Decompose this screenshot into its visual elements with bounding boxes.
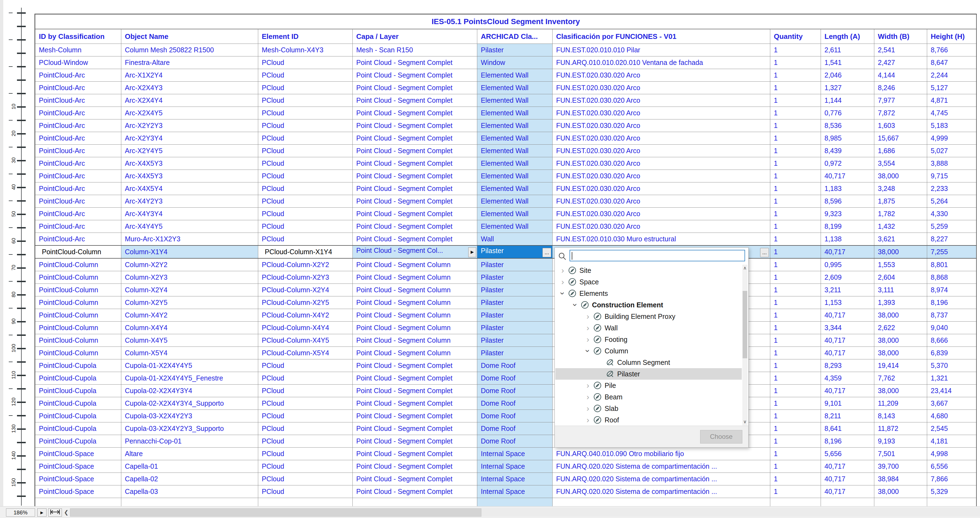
cell-archicad-class[interactable]: Dome Roof [477,372,552,384]
cell-width[interactable]: 7,762 [874,372,927,384]
cell-archicad-class[interactable]: Elemented Wall [477,157,552,170]
scroll-up-icon[interactable]: ∧ [742,265,748,272]
cell-element-id[interactable]: PCloud-Column-X4Y4 [258,322,353,334]
cell-length[interactable]: 8,196 [821,435,874,448]
cell-length[interactable]: 1,541 [821,56,874,69]
column-header-funciones-class[interactable]: Clasificación por FUNCIONES - V01 [552,29,770,44]
cell-element-id[interactable]: PCloud [258,69,353,81]
cell-id-by-classification[interactable]: PointCloud-Arc [35,233,121,246]
cell-id-by-classification[interactable]: PointCloud-Cupola [35,435,121,448]
cell-archicad-class[interactable]: Elemented Wall [477,220,552,233]
cell-quantity[interactable]: 1 [770,397,821,410]
cell-archicad-class[interactable]: Dome Roof [477,435,552,448]
cell-layer[interactable]: Point Cloud - Segment Complet [353,485,477,498]
cell-object-name[interactable]: Capella-02 [121,473,258,485]
cell-height[interactable]: 5,259 [927,220,977,233]
cell-layer[interactable]: Point Cloud - Segment Complet [353,56,477,69]
cell-object-name[interactable]: Arc-X2X4Y5 [121,107,258,120]
cell-object-name[interactable]: Cupola-01-X2X4Y4Y5 [121,359,258,372]
cell-width[interactable]: 3,621 [874,233,927,246]
cell-height[interactable]: 5,027 [927,145,977,157]
cell-width[interactable] [874,498,927,508]
cell-archicad-class[interactable]: Elemented Wall [477,94,552,107]
cell-length[interactable]: 8,439 [821,145,874,157]
cell-archicad-class[interactable]: Internal Space [477,460,552,473]
cell-width[interactable]: 3,248 [874,182,927,195]
cell-layer[interactable]: Point Cloud - Segment Complet [353,132,477,145]
cell-funciones-class[interactable]: FUN.EST.020.030.020 Arco [552,94,770,107]
cell-length[interactable]: 8,596 [821,195,874,208]
cell-id-by-classification[interactable]: PointCloud-Column [35,322,121,334]
cell-object-name[interactable]: Column-X1Y4 [121,245,258,258]
cell-funciones-class[interactable]: FUN.ARQ.020.020 Sistema de compartimenta… [552,460,770,473]
cell-id-by-classification[interactable]: PointCloud-Column [35,296,121,309]
cell-height[interactable]: 4,999 [927,132,977,145]
cell-quantity[interactable]: 1 [770,157,821,170]
column-header-height[interactable]: Height (H) [927,29,977,44]
cell-width[interactable]: 38,000 [874,245,927,258]
cell-layer[interactable]: Point Cloud - Segment Complet [353,397,477,410]
cell-id-by-classification[interactable]: PointCloud-Arc [35,170,121,182]
cell-length[interactable]: 40,717 [821,347,874,359]
cell-layer[interactable]: Point Cloud - Segment Complet [353,69,477,81]
cell-layer[interactable]: Point Cloud - Segment Complet [353,208,477,220]
cell-archicad-class[interactable]: Pilaster [477,334,552,347]
cell-object-name[interactable]: Arc-X4X5Y4 [121,182,258,195]
cell-width[interactable]: 38,000 [874,309,927,322]
cell-object-name[interactable]: Arc-X4Y3Y4 [121,208,258,220]
cell-height[interactable]: 4,871 [927,94,977,107]
cell-width[interactable]: 38,000 [874,384,927,397]
cell-id-by-classification[interactable]: PointCloud-Arc [35,157,121,170]
cell-element-id[interactable]: PCloud [258,208,353,220]
cell-element-id[interactable]: PCloud [258,485,353,498]
cell-archicad-class[interactable]: Pilaster [477,347,552,359]
classification-search-input[interactable] [570,250,745,261]
cell-layer[interactable]: Point Cloud - Segment Complet [353,120,477,132]
cell-element-id[interactable]: PCloud [258,397,353,410]
cell-id-by-classification[interactable]: PointCloud-Column [35,334,121,347]
cell-quantity[interactable]: 1 [770,384,821,397]
cell-id-by-classification[interactable]: PointCloud-Arc [35,120,121,132]
cell-archicad-class[interactable]: Dome Roof [477,397,552,410]
cell-layer[interactable]: Point Cloud - Segment Column [353,309,477,322]
cell-quantity[interactable]: 1 [770,120,821,132]
cell-archicad-class[interactable]: Dome Roof [477,384,552,397]
cell-funciones-class[interactable]: FUN.EST.020.030.020 Arco [552,81,770,94]
cell-object-name[interactable]: Cupola-03-X2X4Y2Y3_Supporto [121,422,258,435]
column-header-width[interactable]: Width (B) [874,29,927,44]
cell-width[interactable]: 1,553 [874,258,927,271]
cell-archicad-class[interactable]: ...Pilaster [477,245,552,258]
cell-element-id[interactable]: PCloud-Column-X2Y4 [258,284,353,296]
cell-height[interactable]: 8,737 [927,309,977,322]
cell-object-name[interactable]: Capella-01 [121,460,258,473]
cell-layer[interactable]: Point Cloud - Segment Column [353,284,477,296]
cell-object-name[interactable]: Cupola-02-X2X4Y3Y4_Supporto [121,397,258,410]
cell-length[interactable]: 3,211 [821,284,874,296]
cell-element-id[interactable]: PCloud [258,107,353,120]
tree-item-slab[interactable]: ›Slab [555,403,742,414]
cell-funciones-class[interactable]: FUN.EST.020.030.020 Arco [552,157,770,170]
cell-length[interactable]: 2,611 [821,44,874,56]
cell-length[interactable]: 9,323 [821,208,874,220]
cell-width[interactable]: 38,000 [874,347,927,359]
cell-width[interactable]: 2,604 [874,271,927,284]
cell-length[interactable]: 3,344 [821,322,874,334]
cell-archicad-class[interactable]: Pilaster [477,296,552,309]
cell-funciones-class[interactable]: FUN.EST.020.030.020 Arco [552,182,770,195]
cell-id-by-classification[interactable]: PointCloud-Arc [35,195,121,208]
cell-height[interactable]: 4,181 [927,435,977,448]
cell-element-id[interactable]: PCloud [258,422,353,435]
cell-id-by-classification[interactable]: Mesh-Column [35,44,121,56]
cell-element-id[interactable]: PCloud [258,410,353,422]
cell-funciones-class[interactable]: FUN.EST.020.030.020 Arco [552,220,770,233]
tree-item-construction-element[interactable]: ›Construction Element [555,299,742,311]
cell-id-by-classification[interactable]: PointCloud-Column [35,271,121,284]
cell-archicad-class[interactable]: Internal Space [477,473,552,485]
cell-quantity[interactable]: 1 [770,233,821,246]
column-header-element-id[interactable]: Element ID [258,29,353,44]
cell-width[interactable]: 11,872 [874,422,927,435]
cell-quantity[interactable]: 1 [770,44,821,56]
cell-archicad-class[interactable]: Elemented Wall [477,120,552,132]
cell-archicad-class[interactable]: Dome Roof [477,359,552,372]
cell-funciones-class[interactable]: FUN.EST.020.030.020 Arco [552,120,770,132]
